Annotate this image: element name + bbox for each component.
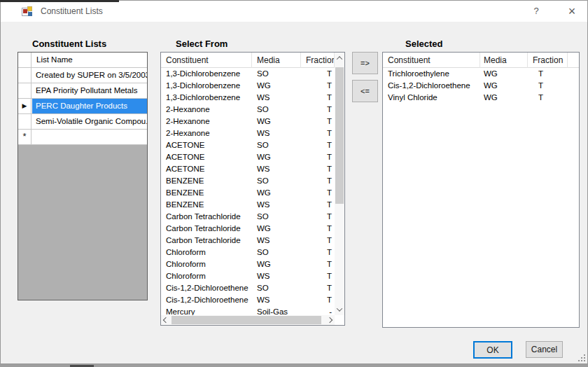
cell: ACETONE [161,151,252,163]
selected-header-row: Constituent Media Fraction [383,53,579,68]
cell: T [301,282,335,294]
column-header-fraction[interactable]: Fraction [528,53,568,68]
close-icon: × [568,4,576,18]
table-row[interactable]: Cis-1,2-DichloroetheneWST [161,294,335,306]
app-icon [22,6,33,17]
table-row[interactable]: ChloroformSOT [161,247,335,258]
table-row[interactable]: Cis-1,2-DichloroetheneSOT [161,282,335,294]
new-row[interactable]: * [18,130,147,145]
table-row[interactable]: MercurySoil-Gas- [161,306,335,315]
cell: T [301,68,335,80]
scroll-right-button[interactable] [325,315,335,325]
table-row[interactable]: 1,3-DichlorobenzeneWGT [161,80,335,92]
vertical-scrollbar[interactable] [335,53,344,315]
constituent-lists-label: Constituent Lists [32,39,106,49]
cell: T [301,127,335,139]
horizontal-scrollbar-thumb[interactable] [172,316,321,324]
cell: WS [252,127,301,139]
chevron-down-icon [337,305,342,311]
cell: 2-Hexanone [161,104,252,116]
app-icon-blue-square [28,12,32,16]
cell: 1,3-Dichlorobenzene [161,92,252,104]
column-header-media[interactable]: Media [480,53,528,68]
list-name-cell: Semi-Volatile Organic Compou... [32,114,147,129]
list-row[interactable]: Semi-Volatile Organic Compou... [18,114,147,130]
column-header-fraction[interactable]: Fraction [301,53,335,68]
table-row[interactable]: TrichloroethyleneWGT [383,68,579,80]
cell: Vinyl Chloride [383,92,480,104]
list-row[interactable]: ▶PERC Daughter Products [18,99,147,114]
column-header-list-name[interactable]: List Name [32,53,147,67]
cell: T [301,163,335,175]
table-row[interactable]: Carbon TetrachlorideWST [161,235,335,247]
cell: T [301,80,335,92]
scroll-down-button[interactable] [335,304,344,315]
cell: Cis-1,2-Dichloroethene [383,80,480,92]
cell: T [301,151,335,163]
table-row[interactable]: 1,3-DichlorobenzeneWST [161,92,335,104]
scroll-left-button[interactable] [161,315,171,325]
cell: Cis-1,2-Dichloroethene [161,294,252,306]
row-selector [18,68,31,83]
table-row[interactable]: 2-HexanoneWST [161,127,335,139]
help-icon: ? [533,6,538,16]
table-row[interactable]: 2-HexanoneSOT [161,104,335,116]
help-button[interactable]: ? [524,1,548,22]
cell: T [301,294,335,306]
table-row[interactable]: ACETONEWGT [161,151,335,163]
table-row[interactable]: BENZENEWGT [161,187,335,199]
cancel-button[interactable]: Cancel [526,341,563,358]
select-from-header-row: Constituent Media Fraction [161,53,335,68]
list-name-cell [32,130,147,144]
cell: 1,3-Dichlorobenzene [161,68,252,80]
cell: T [301,211,335,223]
cell: WS [252,270,301,282]
ok-button[interactable]: OK [473,341,512,359]
table-row[interactable]: Carbon TetrachlorideWGT [161,223,335,235]
table-row[interactable]: 1,3-DichlorobenzeneSOT [161,68,335,80]
column-header-constituent[interactable]: Constituent [383,53,480,68]
resize-grip[interactable] [577,353,587,363]
table-row[interactable]: ChloroformWST [161,270,335,282]
cell: WS [252,92,301,104]
cell: T [301,175,335,187]
title-bar[interactable]: Constituent Lists ? × [1,1,587,22]
cell: 2-Hexanone [161,127,252,139]
column-header-filler [568,53,579,68]
list-row[interactable]: Created by SUPER on 3/5/2003 [18,68,147,83]
table-row[interactable]: Carbon TetrachlorideSOT [161,211,335,223]
table-row[interactable]: 2-HexanoneWGT [161,116,335,127]
move-to-selected-button[interactable]: => [352,52,378,74]
table-row[interactable]: Cis-1,2-DichloroetheneWGT [383,80,579,92]
scroll-up-button[interactable] [335,53,344,64]
list-row[interactable]: EPA Priority Pollutant Metals [18,83,147,99]
cell: SO [252,282,301,294]
table-row[interactable]: ACETONEWST [161,163,335,175]
move-to-available-button[interactable]: <= [352,80,378,102]
cell: WG [252,80,301,92]
table-row[interactable]: BENZENEWST [161,199,335,211]
column-header-media[interactable]: Media [252,53,301,68]
cell: ACETONE [161,139,252,151]
constituent-lists-grid: List Name Created by SUPER on 3/5/2003EP… [18,52,148,300]
horizontal-scrollbar[interactable] [161,315,335,325]
select-from-label: Select From [176,39,227,49]
cell: T [301,139,335,151]
lists-grid-header: List Name [18,53,147,68]
cell: WG [252,258,301,270]
cell: Carbon Tetrachloride [161,211,252,223]
table-row[interactable]: ChloroformWGT [161,258,335,270]
table-row[interactable]: Vinyl ChlorideWGT [383,92,579,104]
cell: Carbon Tetrachloride [161,223,252,235]
app-icon-yellow-square [27,6,32,11]
close-button[interactable]: × [559,1,584,22]
cell: BENZENE [161,175,252,187]
table-row[interactable]: BENZENESOT [161,175,335,187]
dialog-constituent-lists: Constituent Lists ? × Constituent Lists … [0,0,588,364]
cell: BENZENE [161,187,252,199]
table-row[interactable]: ACETONESOT [161,139,335,151]
vertical-scrollbar-thumb[interactable] [335,67,344,204]
column-header-constituent[interactable]: Constituent [161,53,252,68]
screen: Constituent Lists ? × Constituent Lists … [0,0,588,367]
row-selector [18,114,31,129]
